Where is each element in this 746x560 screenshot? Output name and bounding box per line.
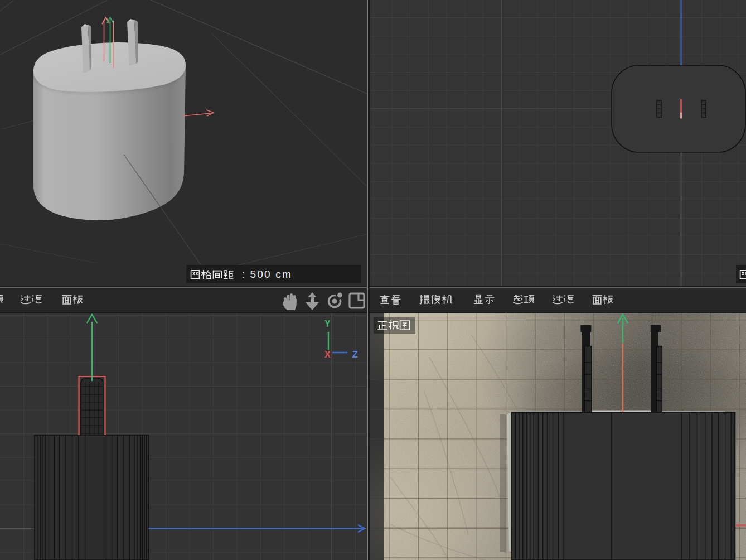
svg-text:Y: Y [324, 319, 331, 329]
svg-text:X: X [324, 350, 331, 359]
svg-text:Z: Z [352, 350, 358, 359]
